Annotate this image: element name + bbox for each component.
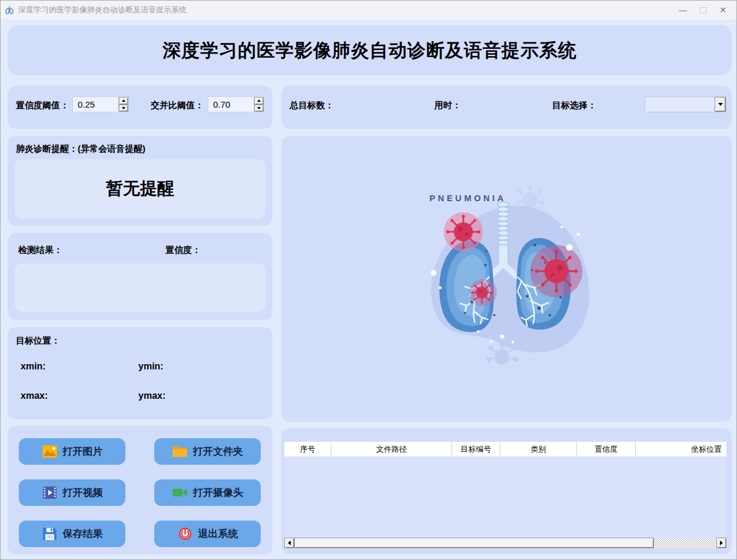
maximize-button[interactable] [693, 2, 713, 18]
spin-up-button[interactable] [254, 97, 264, 105]
spin-up-button[interactable] [119, 97, 128, 105]
column-header-class[interactable]: 类别 [500, 442, 577, 456]
spinner-buttons [118, 97, 128, 112]
maximize-icon [700, 7, 706, 14]
alert-message-box: 暂无提醒 [15, 159, 265, 218]
folder-icon [172, 445, 188, 458]
header-panel: 深度学习的医学影像肺炎自动诊断及语音提示系统 [8, 25, 732, 75]
iou-threshold-value[interactable]: 0.70 [208, 97, 254, 112]
horizontal-scrollbar[interactable] [284, 538, 726, 548]
xmin-label: xmin: [21, 361, 46, 372]
target-select-dropdown[interactable] [645, 96, 726, 112]
thresholds-panel: 置信度阈值： 0.25 交并比阈值： 0.70 [8, 86, 273, 129]
up-arrow-icon [122, 99, 125, 102]
app-window: 深度学习的医学影像肺炎自动诊断及语音提示系统 — ✕ 深度学习的医学影像肺炎自动… [0, 0, 737, 560]
target-select-label: 目标选择： [552, 100, 596, 111]
confidence-threshold-label: 置信度阈值： [16, 100, 69, 111]
scroll-right-button[interactable] [716, 538, 726, 548]
alert-label: 肺炎诊断提醒：(异常会语音提醒) [16, 144, 145, 155]
detection-panel: 检测结果： 置信度： [8, 233, 273, 320]
open-camera-button[interactable]: 打开摄像头 [154, 479, 261, 506]
column-header-coords[interactable]: 坐标位置 [636, 442, 726, 456]
position-panel: 目标位置： xmin: ymin: xmax: ymax: [8, 327, 273, 419]
confidence-threshold-spinbox[interactable]: 0.25 [72, 96, 129, 112]
save-results-button[interactable]: 保存结果 [19, 521, 125, 547]
detection-result-label: 检测结果： [18, 245, 62, 256]
target-position-label: 目标位置： [16, 335, 60, 346]
save-icon [42, 527, 58, 541]
left-arrow-icon [288, 541, 291, 545]
illustration-caption: PNEUMONIA [429, 194, 506, 203]
detection-confidence-label: 置信度： [165, 245, 201, 256]
open-image-button[interactable]: 打开图片 [19, 438, 125, 465]
app-lungs-icon [4, 5, 15, 15]
power-icon [177, 527, 193, 541]
spin-down-button[interactable] [254, 105, 264, 112]
scroll-left-button[interactable] [284, 538, 294, 548]
table-header-row: 序号 文件路径 目标编号 类别 置信度 坐标位置 [284, 442, 726, 456]
ymin-label: ymin: [138, 361, 164, 372]
dropdown-button[interactable] [715, 97, 726, 112]
down-arrow-icon [122, 107, 125, 109]
open-video-button[interactable]: 打开视频 [19, 479, 125, 506]
spinner-buttons [254, 97, 264, 112]
results-table: 序号 文件路径 目标编号 类别 置信度 坐标位置 [284, 442, 726, 538]
virus-silhouette-bottom [487, 343, 517, 364]
camera-icon [172, 486, 188, 499]
scrollbar-track[interactable] [654, 538, 716, 548]
open-folder-button[interactable]: 打开文件夹 [154, 438, 261, 465]
total-targets-label: 总目标数： [290, 100, 334, 111]
column-header-target-id[interactable]: 目标编号 [452, 442, 500, 456]
iou-threshold-label: 交并比阈值： [151, 100, 204, 111]
pneumonia-illustration: PNEUMONIA [412, 175, 598, 371]
column-header-confidence[interactable]: 置信度 [577, 442, 636, 456]
target-select-value[interactable] [645, 97, 715, 112]
xmax-label: xmax: [21, 391, 48, 401]
titlebar: 深度学习的医学影像肺炎自动诊断及语音提示系统 — ✕ [1, 1, 736, 19]
down-arrow-icon [257, 107, 261, 109]
video-icon [42, 486, 58, 499]
virus-silhouette-top [516, 186, 544, 206]
minimize-button[interactable]: — [673, 2, 693, 18]
up-arrow-icon [257, 99, 261, 102]
alert-panel: 肺炎诊断提醒：(异常会语音提醒) 暂无提醒 [8, 136, 273, 226]
column-header-filepath[interactable]: 文件路径 [331, 442, 452, 456]
confidence-threshold-value[interactable]: 0.25 [73, 97, 118, 112]
exit-system-button[interactable]: 退出系统 [154, 521, 261, 547]
stats-panel: 总目标数： 用时： 目标选择： [281, 86, 732, 129]
elapsed-time-label: 用时： [434, 100, 461, 111]
close-button[interactable]: ✕ [713, 2, 733, 18]
chevron-down-icon [718, 103, 723, 106]
detection-result-box [15, 264, 265, 312]
virus-top-left [446, 215, 480, 249]
actions-panel: 打开图片 打开文件夹 打开视频 打 [8, 426, 273, 555]
iou-threshold-spinbox[interactable]: 0.70 [208, 96, 264, 112]
results-table-panel: 序号 文件路径 目标编号 类别 置信度 坐标位置 [281, 428, 732, 554]
image-viewer-panel: PNEUMONIA [281, 136, 732, 422]
right-arrow-icon [720, 541, 723, 545]
ymax-label: ymax: [138, 391, 165, 401]
virus-small [471, 282, 493, 304]
window-title: 深度学习的医学影像肺炎自动诊断及语音提示系统 [18, 5, 187, 15]
spin-down-button[interactable] [119, 105, 128, 112]
image-icon [42, 445, 58, 458]
scrollbar-thumb[interactable] [294, 538, 654, 548]
page-title: 深度学习的医学影像肺炎自动诊断及语音提示系统 [162, 38, 577, 63]
column-header-index[interactable]: 序号 [284, 442, 331, 456]
